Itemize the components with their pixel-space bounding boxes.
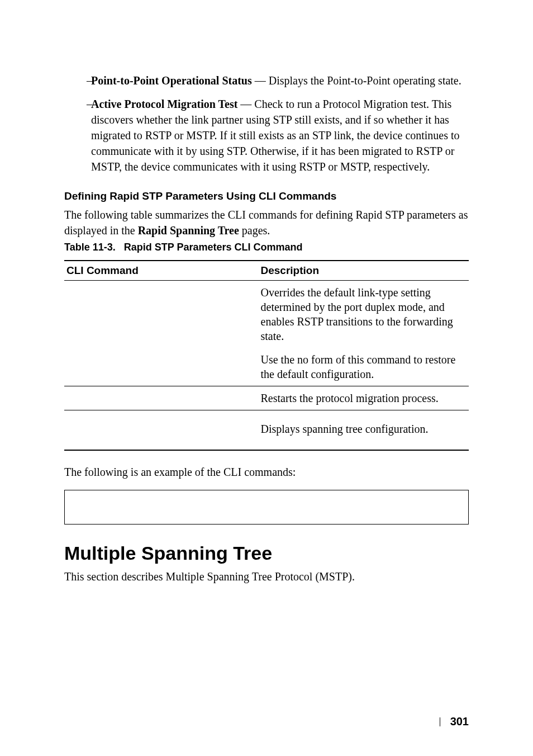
bullet-dash: – [64,73,87,88]
bullet-bold: Active Protocol Migration Test [91,98,237,110]
example-intro: The following is an example of the CLI c… [64,464,469,480]
table-cell-left [64,410,259,451]
bullet-item: – Point-to-Point Operational Status — Di… [64,73,469,88]
main-heading: Multiple Spanning Tree [64,542,469,564]
table-caption-prefix: Table 11-3. [64,242,116,253]
bullet-item: – Active Protocol Migration Test — Check… [64,96,469,174]
table-row: Restarts the protocol migration process. [64,386,469,410]
intro-paragraph: The following table summarizes the CLI c… [64,207,469,238]
table-cell-right: Use the no form of this command to resto… [259,348,469,386]
table-cell-right: Restarts the protocol migration process. [259,386,469,410]
page-number: 301 [450,715,469,728]
footer-separator-icon [440,717,440,726]
bullet-bold: Point-to-Point Operational Status [91,74,252,87]
bullet-text: Active Protocol Migration Test — Check t… [87,96,469,174]
table-caption-title: Rapid STP Parameters CLI Command [124,242,303,253]
page-footer: 301 [440,715,469,728]
intro-bold: Rapid Spanning Tree [138,224,239,237]
cli-table: CLI Command Description Overrides the de… [64,260,469,451]
table-caption: Table 11-3. Rapid STP Parameters CLI Com… [64,242,469,253]
bullet-sep: — [252,74,269,87]
subsection-heading: Defining Rapid STP Parameters Using CLI … [64,190,469,202]
table-cell-left [64,386,259,410]
page-content: – Point-to-Point Operational Status — Di… [0,0,533,620]
example-box [64,490,469,525]
bullet-text: Point-to-Point Operational Status — Disp… [87,73,469,88]
table-cell-right: Displays spanning tree configuration. [259,410,469,451]
bullet-dash: – [64,96,87,174]
bullet-rest: Displays the Point-to-Point operating st… [269,74,461,87]
table-cell-left [64,281,259,348]
table-cell-right: Overrides the default link-type setting … [259,281,469,348]
table-header-right: Description [259,261,469,281]
table-row: Use the no form of this command to resto… [64,348,469,386]
main-paragraph: This section describes Multiple Spanning… [64,569,469,584]
intro-post: pages. [239,224,270,237]
table-row: Displays spanning tree configuration. [64,410,469,451]
table-row: Overrides the default link-type setting … [64,281,469,348]
bullet-sep: — [237,98,254,110]
table-cell-left [64,348,259,386]
table-header-left: CLI Command [64,261,259,281]
